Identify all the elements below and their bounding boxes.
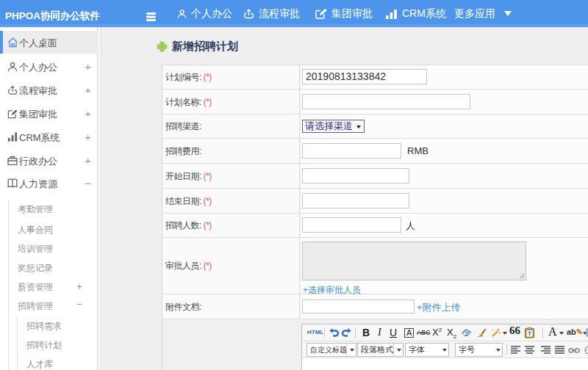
svg-text:T: T (528, 330, 531, 337)
